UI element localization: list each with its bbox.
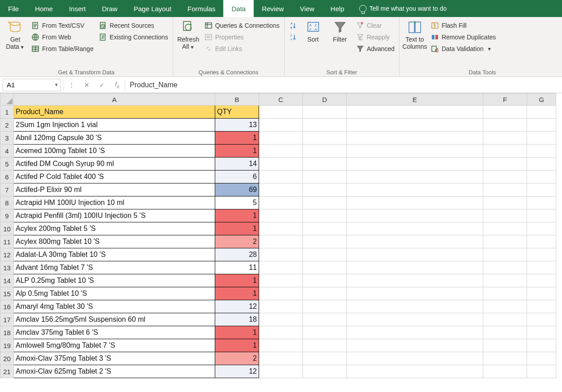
- cell-A12[interactable]: Adalat-LA 30mg Tablet 10 'S: [14, 248, 215, 261]
- tab-file[interactable]: File: [0, 0, 27, 17]
- col-header-E[interactable]: E: [347, 94, 483, 106]
- from-web-button[interactable]: From Web: [30, 32, 95, 42]
- cell-B13[interactable]: 11: [215, 261, 259, 274]
- col-header-C[interactable]: C: [259, 94, 303, 106]
- cell-A4[interactable]: Acemed 100mg Tablet 10 'S: [14, 145, 215, 158]
- row-header-6[interactable]: 6: [0, 170, 14, 183]
- filter-button[interactable]: Filter: [328, 19, 353, 44]
- cell-A20[interactable]: Amoxi-Clav 375mg Tablet 3 'S: [14, 352, 215, 365]
- row-header-14[interactable]: 14: [0, 274, 14, 287]
- row-header-10[interactable]: 10: [0, 222, 14, 235]
- row-header-17[interactable]: 17: [0, 313, 14, 326]
- cell-B6[interactable]: 6: [215, 170, 259, 183]
- cell-B8[interactable]: 5: [215, 196, 259, 209]
- cell-A19[interactable]: Amlowell 5mg/80mg Tablet 7 'S: [14, 339, 215, 352]
- tab-formulas[interactable]: Formulas: [179, 0, 224, 17]
- row-header-16[interactable]: 16: [0, 300, 14, 313]
- existing-connections-button[interactable]: Existing Connections: [97, 32, 170, 42]
- row-header-13[interactable]: 13: [0, 261, 14, 274]
- cell-B7[interactable]: 69: [215, 183, 259, 196]
- row-header-20[interactable]: 20: [0, 352, 14, 365]
- queries-connections-button[interactable]: Queries & Connections: [203, 21, 281, 30]
- from-table-range-button[interactable]: From Table/Range: [30, 44, 95, 54]
- cell-B5[interactable]: 14: [215, 158, 259, 170]
- advanced-filter-button[interactable]: Advanced: [354, 44, 396, 54]
- tell-me-search[interactable]: Tell me what you want to do: [352, 0, 454, 17]
- row-header-19[interactable]: 19: [0, 339, 14, 352]
- from-text-csv-button[interactable]: From Text/CSV: [30, 21, 95, 30]
- row-header-18[interactable]: 18: [0, 326, 14, 339]
- tab-review[interactable]: Review: [254, 0, 292, 17]
- sort-button[interactable]: AZZA Sort: [301, 19, 326, 44]
- row-header-8[interactable]: 8: [0, 196, 14, 209]
- cell-B15[interactable]: 1: [215, 287, 259, 300]
- row-header-9[interactable]: 9: [0, 209, 14, 222]
- refresh-all-button[interactable]: Refresh All▼: [176, 19, 201, 51]
- sort-asc-button[interactable]: AZ: [287, 21, 299, 30]
- row-header-21[interactable]: 21: [0, 365, 14, 378]
- row-header-4[interactable]: 4: [0, 145, 14, 158]
- cell-B17[interactable]: 18: [215, 313, 259, 326]
- fx-icon[interactable]: fx: [110, 81, 125, 89]
- cell-B2[interactable]: 13: [215, 119, 259, 132]
- cell-A2[interactable]: 2Sum 1gm Injection 1 vial: [14, 119, 215, 132]
- cell-A10[interactable]: Acylex 200mg Tablet 5 'S: [14, 222, 215, 235]
- cancel-formula-icon[interactable]: ✕: [79, 81, 94, 89]
- row-header-3[interactable]: 3: [0, 132, 14, 145]
- flash-fill-button[interactable]: Flash Fill: [429, 21, 498, 30]
- name-box[interactable]: A1 ▼: [3, 79, 61, 91]
- row-header-12[interactable]: 12: [0, 248, 14, 261]
- cell-A17[interactable]: Amclav 156.25mg/5ml Suspension 60 ml: [14, 313, 215, 326]
- tab-insert[interactable]: Insert: [61, 0, 94, 17]
- recent-sources-button[interactable]: Recent Sources: [97, 21, 170, 30]
- cell-A13[interactable]: Advant 16mg Tablet 7 'S: [14, 261, 215, 274]
- formula-menu-icon[interactable]: ⋮: [64, 81, 79, 89]
- tab-home[interactable]: Home: [27, 0, 61, 17]
- col-header-A[interactable]: A: [14, 94, 215, 106]
- cell-A14[interactable]: ALP 0.25mg Tablet 10 'S: [14, 274, 215, 287]
- col-header-B[interactable]: B: [215, 94, 259, 106]
- get-data-button[interactable]: Get Data▼: [3, 19, 28, 51]
- cell-A6[interactable]: Actifed P Cold Tablet 400 'S: [14, 170, 215, 183]
- edit-links-button[interactable]: Edit Links: [203, 44, 281, 54]
- row-header-15[interactable]: 15: [0, 287, 14, 300]
- row-header-1[interactable]: 1: [0, 106, 14, 119]
- col-header-F[interactable]: F: [483, 94, 527, 106]
- cell-A7[interactable]: Actifed-P Elixir 90 ml: [14, 183, 215, 196]
- col-header-D[interactable]: D: [303, 94, 347, 106]
- cell-A11[interactable]: Acylex 800mg Tablet 10 'S: [14, 235, 215, 248]
- cell-A5[interactable]: Actifed DM Cough Syrup 90 ml: [14, 158, 215, 170]
- data-validation-button[interactable]: Data Validation▼: [429, 44, 498, 54]
- row-header-7[interactable]: 7: [0, 183, 14, 196]
- cell-A16[interactable]: Amaryl 4mg Tablet 30 'S: [14, 300, 215, 313]
- clear-filter-button[interactable]: Clear: [354, 21, 396, 30]
- text-to-columns-button[interactable]: Text to Columns: [402, 19, 427, 51]
- cell-B1[interactable]: QTY: [215, 106, 259, 119]
- cell-B19[interactable]: 1: [215, 339, 259, 352]
- reapply-button[interactable]: Reapply: [354, 32, 396, 42]
- cell-B14[interactable]: 1: [215, 274, 259, 287]
- cell-B4[interactable]: 1: [215, 145, 259, 158]
- cell-B9[interactable]: 1: [215, 209, 259, 222]
- formula-input[interactable]: Product_Name: [125, 81, 562, 89]
- cell-A3[interactable]: Abnil 120mg Capsule 30 'S: [14, 132, 215, 145]
- cell-B12[interactable]: 28: [215, 248, 259, 261]
- tab-page-layout[interactable]: Page Layout: [126, 0, 179, 17]
- sort-desc-button[interactable]: ZA: [287, 32, 299, 42]
- tab-draw[interactable]: Draw: [94, 0, 126, 17]
- tab-help[interactable]: Help: [323, 0, 353, 17]
- cell-A9[interactable]: Actrapid Penfill (3ml) 100IU Injection 5…: [14, 209, 215, 222]
- row-header-2[interactable]: 2: [0, 119, 14, 132]
- row-header-11[interactable]: 11: [0, 235, 14, 248]
- cell-B20[interactable]: 2: [215, 352, 259, 365]
- cell-B11[interactable]: 2: [215, 235, 259, 248]
- select-all-cell[interactable]: [0, 94, 14, 106]
- cell-A15[interactable]: Alp 0.5mg Tablet 10 'S: [14, 287, 215, 300]
- tab-data[interactable]: Data: [223, 0, 254, 17]
- row-header-5[interactable]: 5: [0, 158, 14, 170]
- tab-view[interactable]: View: [292, 0, 322, 17]
- col-header-G[interactable]: G: [527, 94, 556, 106]
- properties-button[interactable]: Properties: [203, 32, 281, 42]
- enter-formula-icon[interactable]: ✓: [94, 81, 110, 89]
- cell-C1[interactable]: [259, 106, 303, 119]
